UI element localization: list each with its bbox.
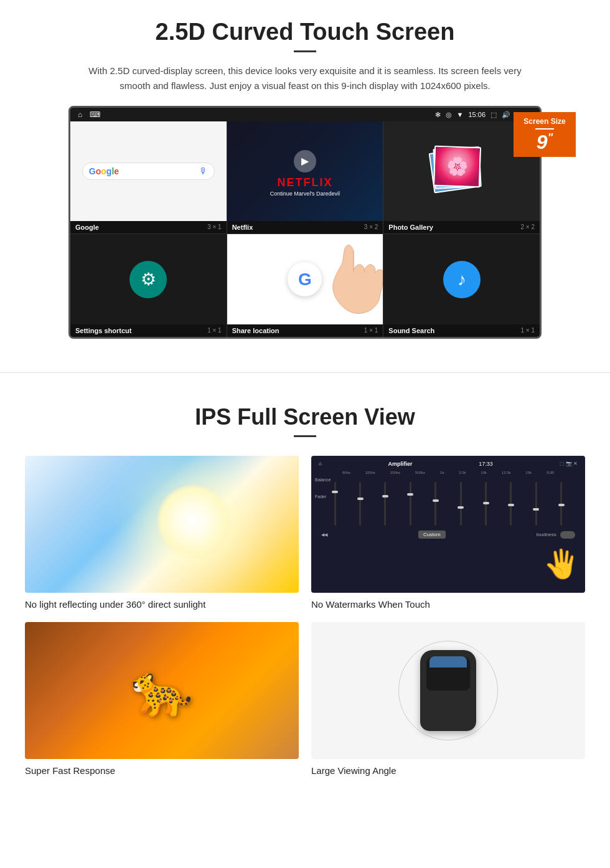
badge-size: 9"	[520, 132, 570, 152]
car-windshield	[429, 656, 467, 668]
amp-back-icon: ◀◀	[321, 532, 327, 537]
amp-balance-label: Balance	[315, 478, 331, 482]
netflix-play-button[interactable]: ▶	[294, 150, 316, 172]
eq-bar-10	[560, 482, 562, 526]
feature-sunlight: No light reflecting under 360° direct su…	[25, 456, 299, 610]
eq-thumb-7[interactable]	[483, 502, 489, 504]
google-search-bar[interactable]: Google 🎙	[82, 163, 215, 180]
eq-track-3	[384, 482, 386, 526]
photo-label-bar: Photo Gallery 2 × 2	[383, 221, 540, 234]
amp-custom-button[interactable]: Custom	[418, 531, 446, 539]
car-top-view	[420, 650, 476, 731]
share-location-app-size: 1 × 1	[364, 327, 378, 334]
sound-search-app-cell[interactable]: ♪ Sound Search 1 × 1	[383, 234, 540, 337]
share-location-app-cell[interactable]: G Share location	[227, 234, 383, 337]
amp-loudness-toggle[interactable]	[560, 531, 575, 539]
netflix-app-cell[interactable]: ▶ NETFLIX Continue Marvel's Daredevil Ne…	[227, 121, 383, 234]
amp-freq-labels: 60hz100hz200hz500hz1k2.5k10k12.5k15kSUB	[316, 471, 580, 476]
share-location-label-bar: Share location 1 × 1	[227, 324, 383, 337]
photo-card-3: 🌸	[433, 146, 481, 188]
eq-track-5	[434, 482, 436, 526]
amp-home-icon: ⌂	[319, 461, 322, 467]
netflix-subtitle: Continue Marvel's Daredevil	[270, 191, 340, 197]
amp-left-labels: Balance Fader	[315, 478, 331, 499]
eq-bar-9	[535, 482, 537, 526]
hand-overlay	[321, 237, 383, 324]
eq-thumb-9[interactable]	[533, 508, 539, 511]
home-icon[interactable]: ⌂	[78, 110, 82, 119]
eq-thumb-5[interactable]	[433, 499, 439, 502]
section2-title: IPS Full Screen View	[25, 404, 585, 430]
status-bar: ⌂ ⌨ ✻ ◎ ▼ 15:06 ⬚ 🔊 ✕ ▭	[70, 108, 540, 121]
title-divider	[294, 50, 316, 52]
amplifier-image: ⌂ Amplifier 17:33 ⬚ 📷 ✕ 60hz100hz200hz50…	[311, 456, 585, 593]
amp-equalizer	[316, 476, 580, 526]
settings-icon: ⚙	[129, 261, 167, 298]
eq-track-6	[460, 482, 462, 526]
amp-hand-icon: 🖐	[544, 547, 579, 580]
sun-glow	[156, 483, 230, 558]
photo-stack: 🌸	[434, 146, 490, 196]
settings-app-cell[interactable]: ⚙ Settings shortcut 1 × 1	[70, 234, 227, 337]
car-image	[311, 622, 585, 759]
google-logo: Google	[89, 166, 119, 176]
google-app-size: 3 × 1	[207, 224, 222, 231]
sound-search-app-name: Sound Search	[388, 327, 434, 334]
settings-cell-content: ⚙	[70, 234, 227, 324]
usb-icon: ⌨	[90, 110, 100, 119]
eq-track-9	[535, 482, 537, 526]
eq-bar-7	[485, 482, 487, 526]
sound-search-icon: ♪	[443, 261, 481, 298]
amp-loudness-label: loudness	[537, 531, 575, 539]
camera-icon: ⬚	[490, 111, 497, 119]
netflix-app-size: 3 × 2	[364, 224, 378, 231]
eq-thumb-6[interactable]	[458, 506, 464, 509]
eq-thumb-2[interactable]	[357, 498, 364, 500]
google-cell-content: Google 🎙	[70, 121, 227, 221]
app-grid: Google 🎙 Google 3 × 1 ▶	[70, 121, 540, 337]
flower-image: 🌸	[434, 147, 480, 186]
section1-description: With 2.5D curved-display screen, this de…	[87, 64, 523, 93]
amp-title: Amplifier	[388, 461, 413, 467]
share-location-app-name: Share location	[232, 327, 279, 334]
sunlight-image	[25, 456, 299, 593]
mic-icon[interactable]: 🎙	[199, 166, 208, 176]
car-circle-border	[398, 641, 498, 740]
eq-thumb-8[interactable]	[508, 504, 514, 506]
curved-screen-section: 2.5D Curved Touch Screen With 2.5D curve…	[0, 0, 610, 354]
maps-cell-content: G	[227, 234, 383, 324]
eq-bar-3	[384, 482, 386, 526]
watermarks-caption: No Watermarks When Touch	[311, 599, 585, 610]
pointing-hand-svg	[321, 237, 383, 324]
cheetah-icon: 🐆	[131, 661, 193, 720]
photo-app-size: 2 × 2	[520, 224, 535, 231]
ips-screen-section: IPS Full Screen View No light reflecting…	[0, 392, 610, 801]
google-app-cell[interactable]: Google 🎙 Google 3 × 1	[70, 121, 227, 234]
feature-grid: No light reflecting under 360° direct su…	[25, 456, 585, 776]
netflix-content: ▶ NETFLIX Continue Marvel's Daredevil	[270, 146, 340, 197]
feature-viewing-angle: Large Viewing Angle	[311, 622, 585, 776]
netflix-logo: NETFLIX	[270, 176, 340, 189]
netflix-label-bar: Netflix 3 × 2	[227, 221, 383, 234]
device-mockup: Screen Size 9" ⌂ ⌨ ✻ ◎ ▼ 15:06 ⬚ 🔊	[68, 106, 542, 339]
viewing-angle-caption: Large Viewing Angle	[311, 765, 585, 776]
badge-title: Screen Size	[520, 117, 570, 126]
eq-track-7	[485, 482, 487, 526]
feature-fast-response: 🐆 Super Fast Response	[25, 622, 299, 776]
settings-label-bar: Settings shortcut 1 × 1	[70, 324, 227, 337]
sound-cell-content: ♪	[383, 234, 540, 324]
eq-thumb-3[interactable]	[382, 495, 388, 498]
eq-thumb-4[interactable]	[407, 493, 413, 496]
eq-bar-5	[434, 482, 436, 526]
device-screen: ⌂ ⌨ ✻ ◎ ▼ 15:06 ⬚ 🔊 ✕ ▭	[68, 106, 542, 339]
amp-fader-label: Fader	[315, 494, 331, 499]
fast-response-caption: Super Fast Response	[25, 765, 299, 776]
eq-thumb-10[interactable]	[558, 504, 565, 506]
eq-thumb-1[interactable]	[332, 491, 338, 493]
eq-track-1	[334, 482, 336, 526]
eq-bar-6	[460, 482, 462, 526]
eq-track-4	[410, 482, 411, 526]
location-icon: ◎	[446, 111, 452, 119]
eq-track-8	[510, 482, 512, 526]
cheetah-image: 🐆	[25, 622, 299, 759]
